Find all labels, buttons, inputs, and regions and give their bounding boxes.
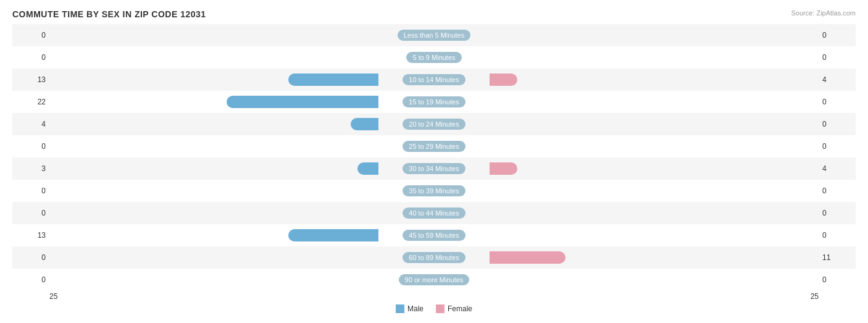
chart-row: 040 to 44 Minutes0 [12, 202, 856, 224]
bars-center: 90 or more Minutes [49, 271, 819, 288]
chart-row: 060 to 89 Minutes11 [12, 246, 856, 269]
bars-center: 15 to 19 Minutes [49, 93, 819, 111]
male-bar-container [206, 206, 378, 220]
male-value: 22 [12, 98, 49, 106]
male-bar [288, 73, 378, 86]
axis-left: 25 [49, 292, 57, 301]
label-pill: Less than 5 Minutes [398, 30, 470, 41]
label-pill: 20 to 24 Minutes [403, 119, 465, 130]
legend-female-label: Female [448, 304, 472, 313]
bars-center: 5 to 9 Minutes [49, 49, 819, 66]
female-bar [490, 274, 491, 286]
female-bar [490, 251, 565, 264]
male-bar-container [206, 184, 378, 198]
female-bar [490, 29, 491, 41]
female-bar [490, 207, 491, 219]
chart-row: 05 to 9 Minutes0 [12, 46, 856, 69]
bars-center: Less than 5 Minutes [49, 27, 819, 44]
female-bar-container [490, 51, 662, 64]
chart-container: COMMUTE TIME BY SEX IN ZIP CODE 12031 So… [0, 0, 868, 323]
label-pill: 45 to 59 Minutes [403, 230, 465, 241]
label-pill: 60 to 89 Minutes [403, 252, 465, 263]
row-label: 5 to 9 Minutes [378, 52, 490, 63]
female-bar-container [490, 251, 662, 264]
male-bar-container [206, 28, 378, 42]
label-pill: 5 to 9 Minutes [406, 52, 461, 63]
chart-row: 1310 to 14 Minutes4 [12, 69, 856, 91]
male-value: 0 [12, 31, 49, 40]
female-bar-container [490, 162, 662, 175]
male-value: 4 [12, 120, 49, 128]
female-value: 4 [819, 164, 856, 173]
female-bar [490, 73, 517, 86]
male-bar-container [206, 162, 378, 175]
female-value: 0 [819, 209, 856, 217]
female-value: 0 [819, 187, 856, 195]
female-bar-container [490, 28, 662, 42]
chart-row: 2215 to 19 Minutes0 [12, 91, 856, 113]
legend-female: Female [436, 304, 472, 313]
male-value: 0 [12, 53, 49, 62]
row-label: 40 to 44 Minutes [378, 208, 490, 219]
female-bar [490, 140, 491, 153]
chart-row: 1345 to 59 Minutes0 [12, 224, 856, 246]
female-bar-container [490, 95, 662, 109]
row-label: 15 to 19 Minutes [378, 96, 490, 107]
female-bar [490, 51, 491, 64]
label-pill: 10 to 14 Minutes [403, 74, 465, 85]
female-value: 0 [819, 275, 856, 284]
male-value: 0 [12, 187, 49, 195]
male-bar-container [206, 95, 378, 109]
bars-center: 25 to 29 Minutes [49, 138, 819, 155]
male-value: 0 [12, 275, 49, 284]
chart-area: 0Less than 5 Minutes005 to 9 Minutes0131… [12, 24, 856, 291]
chart-row: 025 to 29 Minutes0 [12, 135, 856, 157]
legend-female-icon [436, 304, 444, 313]
bars-center: 45 to 59 Minutes [49, 227, 819, 244]
chart-row: 090 or more Minutes0 [12, 269, 856, 291]
row-label: 25 to 29 Minutes [378, 141, 490, 152]
axis-labels: 25 25 [12, 292, 856, 301]
bars-center: 10 to 14 Minutes [49, 71, 819, 88]
source-label: Source: ZipAtlas.com [791, 9, 856, 17]
axis-right: 25 [811, 292, 819, 301]
male-value: 13 [12, 75, 49, 84]
female-bar [490, 96, 491, 108]
male-bar [227, 96, 378, 108]
bars-center: 40 to 44 Minutes [49, 204, 819, 222]
row-label: 45 to 59 Minutes [378, 230, 490, 241]
legend-male: Male [396, 304, 424, 313]
male-bar [288, 229, 378, 241]
female-bar-container [490, 117, 662, 131]
row-label: Less than 5 Minutes [378, 30, 490, 41]
female-bar-container [490, 229, 662, 242]
male-value: 0 [12, 253, 49, 262]
male-value: 0 [12, 142, 49, 151]
male-bar [351, 118, 378, 130]
male-bar-container [206, 229, 378, 242]
male-bar-container [206, 51, 378, 64]
bars-center: 30 to 34 Minutes [49, 160, 819, 177]
legend: Male Female [12, 304, 856, 313]
bars-center: 20 to 24 Minutes [49, 115, 819, 133]
female-value: 0 [819, 142, 856, 151]
label-pill: 90 or more Minutes [399, 274, 470, 285]
label-pill: 15 to 19 Minutes [403, 96, 465, 107]
label-pill: 35 to 39 Minutes [403, 185, 465, 196]
female-value: 0 [819, 53, 856, 62]
female-value: 4 [819, 75, 856, 84]
bars-center: 35 to 39 Minutes [49, 182, 819, 199]
female-value: 0 [819, 231, 856, 240]
legend-male-icon [396, 304, 404, 313]
male-value: 13 [12, 231, 49, 240]
female-bar-container [490, 206, 662, 220]
label-pill: 30 to 34 Minutes [403, 163, 465, 174]
legend-male-label: Male [407, 304, 424, 313]
female-bar-container [490, 140, 662, 153]
chart-row: 0Less than 5 Minutes0 [12, 24, 856, 46]
chart-row: 035 to 39 Minutes0 [12, 180, 856, 202]
chart-title: COMMUTE TIME BY SEX IN ZIP CODE 12031 [12, 9, 856, 19]
row-label: 90 or more Minutes [378, 274, 490, 285]
male-value: 0 [12, 209, 49, 217]
female-bar [490, 162, 517, 175]
